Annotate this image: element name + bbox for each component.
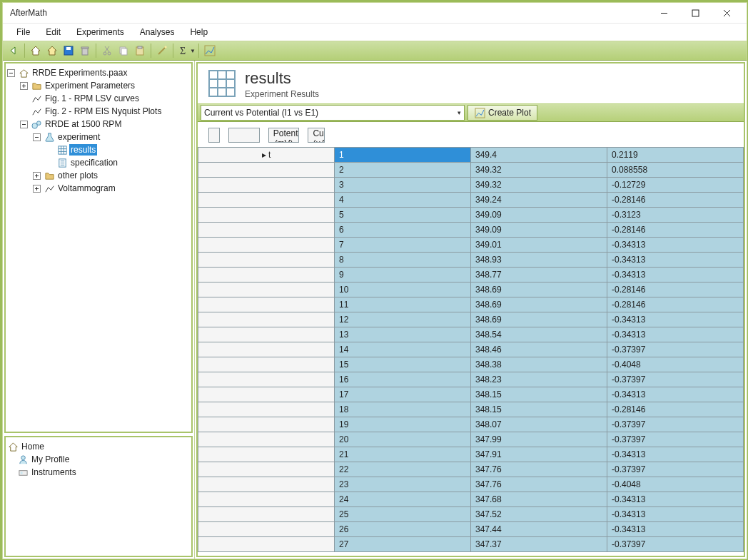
cell-index[interactable]: 13 [335,327,471,342]
cell-current[interactable]: -0.28146 [607,402,744,417]
cell-index[interactable]: 27 [335,537,471,552]
row-header[interactable] [198,163,335,178]
cell-current[interactable]: -0.28146 [607,282,744,297]
tree-root[interactable]: RRDE Experiments.paax [7,66,190,79]
cell-potential[interactable]: 348.23 [471,372,607,387]
cell-index[interactable]: 20 [335,432,471,447]
menu-file[interactable]: File [10,25,36,39]
row-header[interactable] [198,208,335,223]
cell-current[interactable]: -0.34313 [607,387,744,402]
cell-index[interactable]: 15 [335,357,471,372]
tree-item[interactable]: specification [7,156,190,169]
row-header[interactable] [198,238,335,253]
row-header[interactable] [198,372,335,387]
cell-current[interactable]: -0.34313 [607,447,744,462]
collapse-icon[interactable] [33,133,41,141]
dropdown-arrow-icon[interactable]: ▼ [190,48,196,54]
cell-potential[interactable]: 349.09 [471,223,607,238]
tree-item-results[interactable]: results [7,143,190,156]
cell-potential[interactable]: 349.32 [471,178,607,193]
cell-index[interactable]: 3 [335,178,471,193]
row-header[interactable] [198,522,335,537]
row-header[interactable] [198,432,335,447]
cell-potential[interactable]: 347.44 [471,522,607,537]
cell-index[interactable]: 18 [335,402,471,417]
row-header[interactable] [198,387,335,402]
cell-potential[interactable]: 349.09 [471,208,607,223]
tree-item[interactable]: Fig. 2 - RPM EIS Nyquist Plots [7,105,190,118]
row-header[interactable] [198,312,335,327]
cell-potential[interactable]: 349.4 [471,148,607,163]
row-header[interactable] [198,342,335,357]
collapse-icon[interactable] [20,121,28,128]
paste-icon[interactable] [132,43,148,58]
expand-icon[interactable] [33,172,41,180]
row-header[interactable] [198,462,335,477]
tree-item[interactable]: Voltammogram [7,182,190,195]
cell-index[interactable]: 16 [335,372,471,387]
expand-icon[interactable] [33,185,41,193]
cell-index[interactable]: 1 [335,148,471,163]
trash-icon[interactable] [77,43,93,58]
row-header[interactable] [198,477,335,492]
col-potential[interactable]: Potential (mV) [268,128,300,143]
cell-index[interactable]: 11 [335,297,471,312]
tree-item[interactable]: RRDE at 1500 RPM [7,118,190,131]
cell-index[interactable]: 26 [335,522,471,537]
cell-potential[interactable]: 348.69 [471,282,607,297]
save-icon[interactable] [61,43,76,58]
cell-potential[interactable]: 347.76 [471,477,607,492]
cell-index[interactable]: 19 [335,417,471,432]
archive-tree[interactable]: RRDE Experiments.paax Experiment Paramet… [4,62,193,433]
cell-potential[interactable]: 348.69 [471,312,607,327]
minimize-button[interactable] [648,3,679,23]
cell-index[interactable]: 21 [335,447,471,462]
cell-current[interactable]: -0.37397 [607,462,744,477]
row-header[interactable] [198,357,335,372]
row-header[interactable] [198,447,335,462]
home-icon[interactable] [28,43,44,58]
col-index[interactable] [228,128,260,143]
row-header[interactable] [198,417,335,432]
cell-current[interactable]: -0.34313 [607,327,744,342]
cell-current[interactable]: 0.2119 [607,148,744,163]
row-header[interactable] [198,507,335,522]
plot-type-dropdown[interactable]: Current vs Potential (I1 vs E1) ▾ [201,105,465,121]
cell-index[interactable]: 24 [335,492,471,507]
cell-current[interactable]: -0.34313 [607,238,744,253]
row-header[interactable]: ▸ t [198,148,335,163]
cell-potential[interactable]: 348.77 [471,268,607,282]
cell-index[interactable]: 12 [335,312,471,327]
row-header[interactable] [198,282,335,297]
cell-potential[interactable]: 348.54 [471,327,607,342]
row-header[interactable] [198,253,335,268]
cell-potential[interactable]: 348.93 [471,253,607,268]
cell-current[interactable]: -0.37397 [607,372,744,387]
cell-index[interactable]: 22 [335,462,471,477]
cell-current[interactable]: -0.37397 [607,432,744,447]
cell-potential[interactable]: 348.38 [471,357,607,372]
expand-icon[interactable] [20,82,28,90]
cell-index[interactable]: 9 [335,268,471,282]
menu-experiments[interactable]: Experiments [70,25,131,39]
cut-icon[interactable] [99,43,115,58]
tree-item[interactable]: Experiment Parameters [7,79,190,92]
cell-index[interactable]: 10 [335,282,471,297]
row-header[interactable] [198,402,335,417]
cell-current[interactable]: -0.34313 [607,522,744,537]
cell-potential[interactable]: 348.15 [471,402,607,417]
cell-current[interactable]: -0.34313 [607,268,744,282]
cell-potential[interactable]: 347.76 [471,462,607,477]
cell-index[interactable]: 23 [335,477,471,492]
nav-profile[interactable]: My Profile [7,453,190,466]
plot-tool-icon[interactable] [202,43,218,58]
create-plot-button[interactable]: Create Plot [468,105,537,121]
close-button[interactable] [711,3,742,23]
cell-current[interactable]: -0.4048 [607,357,744,372]
cell-current[interactable]: -0.4048 [607,477,744,492]
cell-index[interactable]: 2 [335,163,471,178]
row-header[interactable] [198,297,335,312]
cell-current[interactable]: -0.34313 [607,312,744,327]
nav-home[interactable]: Home [7,440,190,453]
data-grid[interactable]: Potential (mV) Current (µA) ▸ t1349.40.2… [198,122,744,556]
